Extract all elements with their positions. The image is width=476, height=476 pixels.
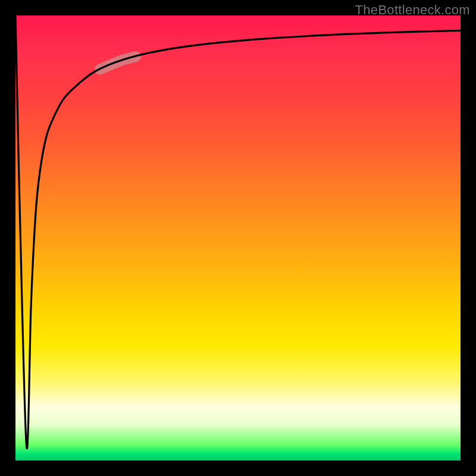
curve-layer [15, 15, 461, 461]
chart-root: TheBottleneck.com [0, 0, 476, 476]
bottleneck-curve [15, 15, 461, 449]
attribution-label: TheBottleneck.com [355, 2, 470, 18]
plot-area [15, 15, 461, 461]
